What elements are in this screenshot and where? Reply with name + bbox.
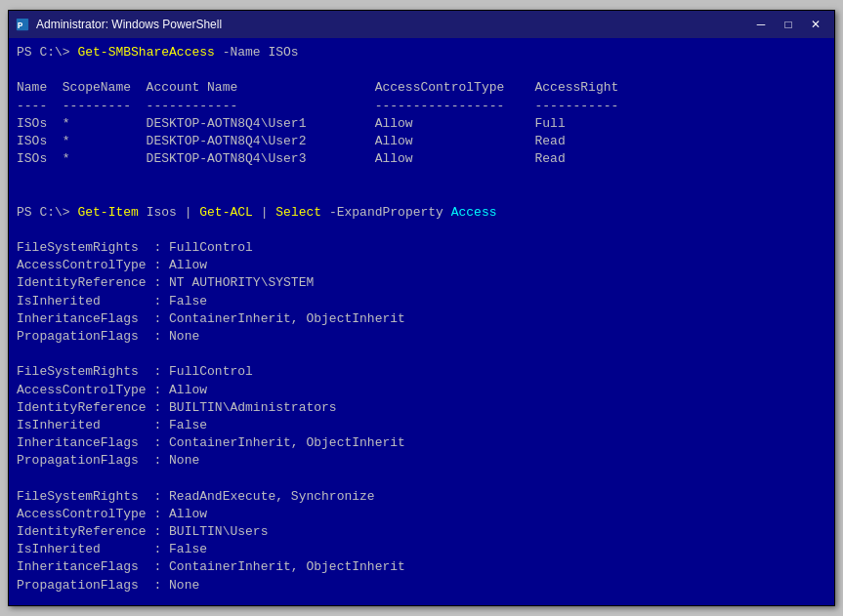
minimize-button[interactable]: ─: [748, 15, 774, 34]
maximize-button[interactable]: □: [776, 15, 801, 34]
console-line: AccessControlType : Allow: [17, 382, 826, 399]
window-icon: P: [15, 17, 30, 32]
svg-text:P: P: [18, 21, 23, 31]
console-line: IdentityReference : BUILTIN\Users: [17, 523, 826, 541]
console-output[interactable]: PS C:\> Get-SMBShareAccess -Name ISOs Na…: [9, 38, 834, 605]
console-line: [17, 471, 826, 488]
console-line: FileSystemRights : ReadAndExecute, Synch…: [17, 488, 826, 506]
console-line: IdentityReference : BUILTIN\Administrato…: [17, 399, 826, 417]
console-line: IsInherited : False: [17, 541, 826, 558]
close-button[interactable]: ✕: [803, 15, 828, 34]
console-line: PS C:\> Get-Item Isos | Get-ACL | Select…: [17, 204, 826, 222]
console-line: ISOs * DESKTOP-AOTN8Q4\User2 Allow Read: [17, 133, 826, 150]
console-line: AccessControlType : Allow: [17, 257, 826, 274]
console-line: Name ScopeName Account Name AccessContro…: [17, 79, 826, 97]
console-line: [17, 186, 826, 204]
console-line: [17, 62, 826, 79]
console-line: InheritanceFlags : ContainerInherit, Obj…: [17, 310, 826, 328]
window-title: Administrator: Windows PowerShell: [36, 18, 748, 31]
console-line: IsInherited : False: [17, 293, 826, 310]
console-line: PS C:\> Get-SMBShareAccess -Name ISOs: [17, 44, 826, 62]
console-line: [17, 222, 826, 239]
console-line: InheritanceFlags : ContainerInherit, Obj…: [17, 558, 826, 576]
powershell-window: P Administrator: Windows PowerShell ─ □ …: [8, 10, 835, 606]
console-line: [17, 595, 826, 605]
console-line: [17, 346, 826, 363]
console-line: [17, 168, 826, 185]
console-line: FileSystemRights : FullControl: [17, 363, 826, 381]
console-line: IdentityReference : NT AUTHORITY\SYSTEM: [17, 274, 826, 292]
console-line: FileSystemRights : FullControl: [17, 239, 826, 257]
console-line: ISOs * DESKTOP-AOTN8Q4\User1 Allow Full: [17, 115, 826, 133]
console-line: PropagationFlags : None: [17, 452, 826, 470]
title-bar: P Administrator: Windows PowerShell ─ □ …: [9, 11, 834, 38]
console-line: ---- --------- ------------ ------------…: [17, 98, 826, 115]
console-line: InheritanceFlags : ContainerInherit, Obj…: [17, 434, 826, 452]
window-controls: ─ □ ✕: [748, 15, 828, 34]
console-line: AccessControlType : Allow: [17, 506, 826, 523]
console-line: PropagationFlags : None: [17, 577, 826, 595]
console-line: IsInherited : False: [17, 417, 826, 434]
console-line: ISOs * DESKTOP-AOTN8Q4\User3 Allow Read: [17, 150, 826, 168]
console-line: PropagationFlags : None: [17, 328, 826, 346]
